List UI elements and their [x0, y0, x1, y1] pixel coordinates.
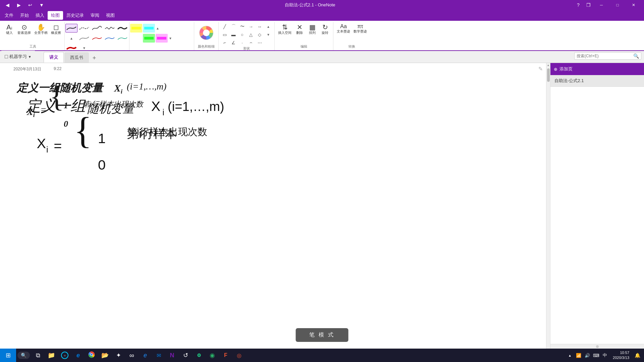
taskbar-infinity[interactable]: ∞ [125, 349, 139, 362]
shape-diamond[interactable]: ◇ [256, 31, 264, 38]
hl-yellow[interactable] [130, 24, 142, 33]
tab-watermelon[interactable]: 西瓜书 [64, 52, 89, 63]
rotate-button[interactable]: ↻ 旋转 [319, 23, 331, 36]
pen-swatch-1[interactable] [65, 24, 77, 33]
restore-button[interactable]: ❐ [584, 0, 593, 10]
hl-cyan[interactable] [143, 24, 155, 33]
math-ink-button[interactable]: πτ 数学墨迹 [352, 23, 368, 35]
undo-button[interactable]: ↩ [25, 0, 35, 10]
more-button[interactable]: ▼ [37, 0, 46, 10]
task-view-button[interactable]: ⧉ [31, 349, 45, 362]
menu-draw[interactable]: 绘图 [48, 11, 63, 20]
vertical-scrollbar[interactable]: ▲ ▼ [546, 63, 550, 361]
menu-review[interactable]: 审阅 [87, 11, 103, 20]
close-button[interactable]: ✕ [626, 0, 641, 10]
shapes-expand[interactable]: ▲ [264, 23, 272, 30]
search-icon[interactable]: 🔍 [633, 53, 639, 59]
taskbar-refresh[interactable]: ↺ [179, 349, 192, 362]
pen-swatch-10[interactable] [65, 44, 77, 51]
hl-pink[interactable] [156, 34, 168, 43]
shape-double-arrow[interactable]: ↔ [256, 23, 264, 30]
page-list-item[interactable]: 自助法-公式2.1 [550, 75, 644, 87]
menu-file[interactable]: 文件 [1, 11, 17, 20]
pen-swatch-6[interactable] [78, 34, 90, 43]
lang-icon[interactable]: 中 [601, 351, 609, 359]
taskbar-snagit[interactable]: ◎ [232, 349, 246, 362]
shape-curve[interactable]: ⌒ [229, 23, 237, 30]
taskbar-onenote[interactable]: N [165, 349, 179, 362]
pen-swatch-4[interactable] [104, 24, 116, 33]
pen-expand-btn[interactable]: ▲ [65, 37, 77, 40]
shape-point[interactable]: · [238, 39, 246, 46]
show-hidden-icon[interactable]: ▲ [566, 351, 574, 359]
shape-triangle[interactable]: △ [247, 31, 255, 38]
pen-swatch-2[interactable] [78, 24, 90, 33]
shape-arrow[interactable]: → [247, 23, 255, 30]
taskbar-xbox[interactable]: ✦ [112, 349, 125, 362]
arrange-button[interactable]: ▦ 排列 [306, 23, 318, 36]
maximize-button[interactable]: □ [610, 0, 625, 10]
hl-collapse-btn[interactable]: ▼ [168, 37, 172, 40]
taskbar-wechat[interactable]: ◉ [206, 349, 219, 362]
pen-swatch-8[interactable] [104, 34, 116, 43]
menu-insert[interactable]: 插入 [32, 11, 48, 20]
add-page-header[interactable]: ⊕ 添加页 [550, 63, 644, 75]
shape-circle[interactable]: ○ [238, 31, 246, 38]
pen-swatch-7[interactable] [91, 34, 103, 43]
ime-icon[interactable]: ⌨ [592, 351, 600, 359]
shapes-more[interactable]: ▼ [264, 31, 272, 38]
back-button[interactable]: ◀ [3, 0, 12, 10]
shape-fill-rect[interactable]: ▬ [229, 31, 237, 38]
pen-swatch-9[interactable] [116, 34, 128, 43]
notebook-selector[interactable]: □ 机器学习 ▼ [1, 51, 35, 63]
shape-line[interactable]: ╱ [221, 23, 229, 30]
taskbar-time[interactable]: 10:57 2020/3/13 [610, 350, 632, 361]
eraser-button[interactable]: ◻ 橡皮擦 [50, 23, 62, 36]
scroll-up-btn[interactable]: ▲ [546, 63, 550, 67]
taskbar-edge[interactable]: e [71, 349, 85, 362]
network-icon[interactable]: 📶 [575, 351, 583, 359]
taskbar-outlook[interactable]: ✉ [152, 349, 165, 362]
canvas-area[interactable]: 2020年3月13日 9:22 ✎ 定义一组 随机变量 X i (i=1,…,m… [0, 63, 546, 361]
notifications-icon[interactable]: 🔔 [633, 351, 641, 359]
taskbar-files[interactable]: 📂 [98, 349, 112, 362]
taskbar-chrome[interactable] [85, 349, 98, 362]
search-input[interactable] [577, 54, 633, 58]
add-tab-button[interactable]: + [90, 53, 99, 63]
taskbar-ie[interactable]: e [139, 349, 152, 362]
lasso-select-button[interactable]: ⊙ 套索选择 [16, 23, 32, 36]
shape-corner[interactable]: ⌐ [221, 39, 229, 46]
text-ink-button[interactable]: Aa 文本墨迹 [335, 23, 352, 35]
menu-start[interactable]: 开始 [17, 11, 32, 20]
minimize-button[interactable]: ─ [594, 0, 609, 10]
hl-expand-btn[interactable]: ▲ [156, 26, 160, 30]
taskbar-foxit[interactable]: F [219, 349, 232, 362]
type-button[interactable]: Aᵢ 键入 [3, 23, 15, 36]
pen-swatch-5[interactable] [116, 24, 128, 33]
pen-swatch-3[interactable] [91, 24, 103, 33]
taskbar-search[interactable]: 🔍 [17, 352, 30, 359]
help-button[interactable]: ? [574, 0, 583, 10]
tab-lecture[interactable]: 讲义 [44, 52, 64, 63]
hl-green[interactable] [143, 34, 155, 43]
scroll-thumb[interactable] [547, 68, 550, 82]
shape-freeform[interactable]: 〜 [238, 23, 246, 30]
shape-angle[interactable]: ∠ [229, 39, 237, 46]
taskbar-pycharm[interactable]: ⚙ [192, 349, 206, 362]
pan-button[interactable]: ✋ 全景手柄 [33, 23, 49, 36]
volume-icon[interactable]: 🔊 [583, 351, 591, 359]
menu-view[interactable]: 视图 [103, 11, 118, 20]
insert-space-button[interactable]: ⇅ 插入空间 [277, 23, 293, 36]
taskbar-file-explorer[interactable]: 📁 [45, 349, 58, 362]
color-swatch[interactable] [196, 23, 216, 43]
menu-history[interactable]: 历史记录 [63, 11, 87, 20]
start-button[interactable]: ⊞ [0, 349, 16, 362]
pen-collapse-btn[interactable]: ▼ [78, 46, 90, 50]
taskbar-cortana[interactable]: ○ [58, 349, 71, 362]
edit-icon[interactable]: ✎ [538, 66, 543, 72]
pen-mode-button[interactable]: 笔 模 式 [296, 328, 348, 342]
shape-more[interactable]: ⋯ [256, 39, 264, 46]
forward-button[interactable]: ▶ [14, 0, 23, 10]
shape-arc[interactable]: ⌢ [247, 39, 255, 46]
shape-rect[interactable]: ▭ [221, 31, 229, 38]
